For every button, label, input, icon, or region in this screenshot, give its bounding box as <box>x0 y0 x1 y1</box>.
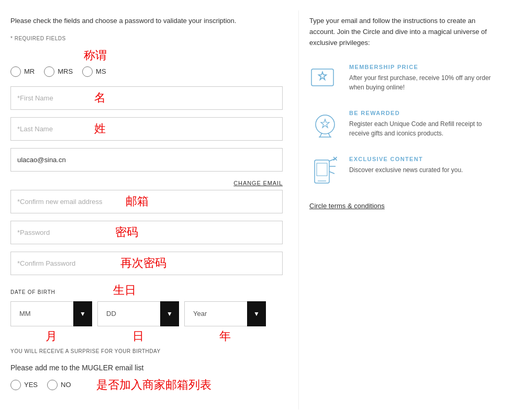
mr-radio[interactable] <box>10 66 21 77</box>
last-name-input[interactable] <box>10 117 283 141</box>
dob-label: DATE OF BIRTH <box>10 289 55 295</box>
password-group: 密码 <box>10 221 283 244</box>
mrs-option[interactable]: MRS <box>44 66 73 77</box>
membership-benefit: MEMBERSHIP PRICE After your first purcha… <box>309 64 503 95</box>
rewarded-benefit: BE REWARDED Register each Unique Code an… <box>309 110 503 141</box>
dob-section: DATE OF BIRTH 生日 MM 01020304 05060708 09… <box>10 282 283 354</box>
dob-mm-item: MM 01020304 05060708 09101112 ▼ <box>10 301 92 326</box>
ms-label: MS <box>96 67 106 75</box>
exclusive-title: EXCLUSIVE CONTENT <box>349 156 463 162</box>
email-group <box>10 148 283 172</box>
svg-marker-4 <box>321 119 329 128</box>
dob-chinese-row: 月 日 年 <box>10 328 283 344</box>
confirm-password-group: 再次密码 <box>10 252 283 275</box>
yes-no-group: YES NO 是否加入商家邮箱列表 <box>10 377 283 393</box>
no-radio[interactable] <box>47 380 58 390</box>
confirm-password-input[interactable] <box>10 252 283 275</box>
first-name-group: 名 <box>10 86 283 110</box>
last-name-group: 姓 <box>10 117 283 141</box>
password-input[interactable] <box>10 221 283 244</box>
membership-content: MEMBERSHIP PRICE After your first purcha… <box>349 64 503 92</box>
required-fields-label: * REQUIRED FIELDS <box>10 36 283 41</box>
exclusive-desc: Discover exclusive news curated for you. <box>349 165 463 175</box>
dob-dd-item: DD 0102030405 0607080910 1112131415 1617… <box>97 301 179 326</box>
email-input[interactable] <box>10 148 283 172</box>
dob-inputs-row: MM 01020304 05060708 09101112 ▼ DD 01020… <box>10 301 283 326</box>
svg-line-5 <box>320 133 322 137</box>
mr-option[interactable]: MR <box>10 66 35 77</box>
no-label: NO <box>61 381 71 389</box>
rewarded-title: BE REWARDED <box>349 110 503 116</box>
mrs-label: MRS <box>58 67 73 75</box>
email-list-section: Please add me to the MUGLER email list Y… <box>10 364 283 393</box>
confirm-email-group: 邮箱 <box>10 190 283 213</box>
exclusive-content: EXCLUSIVE CONTENT Discover exclusive new… <box>349 156 463 175</box>
yes-option[interactable]: YES <box>10 380 38 390</box>
ms-option[interactable]: MS <box>82 66 106 77</box>
dob-year-arrow[interactable]: ▼ <box>247 301 266 326</box>
dob-year-item: Year 2000200120022003 1990198519801975 1… <box>184 301 266 326</box>
dob-dd-chinese: 日 <box>97 328 179 344</box>
email-list-chinese: 是否加入商家邮箱列表 <box>96 377 211 393</box>
svg-line-6 <box>328 133 330 137</box>
dob-year-chinese: 年 <box>184 328 266 344</box>
yes-radio[interactable] <box>10 380 21 390</box>
membership-icon <box>309 64 341 95</box>
dob-year-select[interactable]: Year 2000200120022003 1990198519801975 1… <box>184 301 247 326</box>
membership-desc: After your first purchase, receive 10% o… <box>349 73 503 92</box>
dob-mm-arrow[interactable]: ▼ <box>73 301 92 326</box>
rewarded-desc: Register each Unique Code and Refill rec… <box>349 119 503 138</box>
right-intro: Type your email and follow the instructi… <box>309 16 503 48</box>
exclusive-icon: ✕ <box>309 156 341 187</box>
confirm-email-input[interactable] <box>10 190 283 213</box>
dob-mm-select[interactable]: MM 01020304 05060708 09101112 <box>10 301 73 326</box>
dob-mm-chinese: 月 <box>10 328 92 344</box>
rewarded-icon <box>309 110 341 141</box>
intro-text: Please check the fields and choose a pas… <box>10 16 283 26</box>
email-list-label: Please add me to the MUGLER email list <box>10 364 283 372</box>
change-email-container: CHANGE EMAIL <box>10 179 283 187</box>
ms-radio[interactable] <box>82 66 93 77</box>
dob-chinese: 生日 <box>113 282 136 298</box>
change-email-link[interactable]: CHANGE EMAIL <box>233 180 283 186</box>
mr-label: MR <box>24 67 35 75</box>
left-panel: Please check the fields and choose a pas… <box>0 10 298 410</box>
first-name-input[interactable] <box>10 86 283 110</box>
birthday-note: YOU WILL RECEIVE A SURPRISE FOR YOUR BIR… <box>10 348 283 354</box>
right-panel: Type your email and follow the instructi… <box>298 10 513 410</box>
svg-rect-10 <box>317 163 327 176</box>
dob-dd-arrow[interactable]: ▼ <box>160 301 179 326</box>
salutation-group: MR MRS MS <box>10 66 283 77</box>
dob-dd-select[interactable]: DD 0102030405 0607080910 1112131415 1617… <box>97 301 160 326</box>
salutation-chinese-label: 称谓 <box>84 48 283 63</box>
svg-line-13 <box>329 172 334 174</box>
no-option[interactable]: NO <box>47 380 71 390</box>
exclusive-benefit: ✕ EXCLUSIVE CONTENT Discover exclusive n… <box>309 156 503 187</box>
membership-title: MEMBERSHIP PRICE <box>349 64 503 70</box>
svg-point-3 <box>316 115 334 134</box>
mrs-radio[interactable] <box>44 66 54 77</box>
svg-text:✕: ✕ <box>332 156 338 163</box>
terms-link[interactable]: Circle terms & conditions <box>309 202 385 210</box>
rewarded-content: BE REWARDED Register each Unique Code an… <box>349 110 503 138</box>
yes-label: YES <box>24 381 38 389</box>
